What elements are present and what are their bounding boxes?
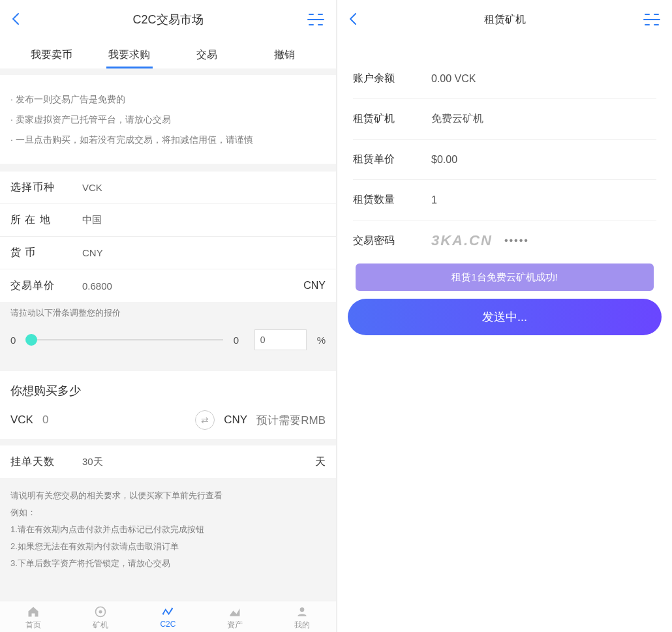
tab-sell[interactable]: 我要卖币 [13, 39, 91, 68]
value-coin[interactable]: VCK [82, 182, 326, 193]
row-currency: 货 币 CNY [0, 237, 336, 269]
label-password: 交易密码 [353, 234, 431, 248]
nav-miner[interactable]: 矿机 [93, 605, 108, 631]
row-location: 所 在 地 中国 [0, 204, 336, 237]
label-unitprice: 租赁单价 [353, 153, 431, 166]
buy-title: 你想购买多少 [0, 371, 336, 404]
value-days[interactable]: 30天 [82, 456, 315, 468]
tab-trade[interactable]: 交易 [168, 39, 246, 68]
back-icon[interactable] [349, 11, 363, 28]
explain-line: 3.下单后数字资产将托管锁定，请放心交易 [10, 555, 326, 572]
watermark: 3KA.CN [431, 232, 493, 249]
trade-form: 选择币种 VCK 所 在 地 中国 货 币 CNY 交易单价 0.6800 CN… [0, 172, 336, 302]
label-currency: 货 币 [10, 246, 82, 260]
percent-icon: % [317, 335, 326, 346]
value-price[interactable]: 0.6800 [82, 280, 303, 292]
notice-block: · 发布一则交易广告是免费的 · 卖家虚拟资产已托管平台，请放心交易 · 一旦点… [0, 75, 336, 164]
explain-block: 请说明有关您交易的相关要求，以便买家下单前先行查看 例如： 1.请在有效期内点击… [0, 478, 336, 577]
explain-line: 2.如果您无法在有效期内付款请点击取消订单 [10, 538, 326, 555]
page-title: C2C交易市场 [132, 12, 203, 27]
value-machine[interactable]: 免费云矿机 [431, 112, 483, 126]
buy-rmb-label: 预计需要RMB [256, 413, 326, 428]
row-machine: 租赁矿机 免费云矿机 [353, 99, 656, 140]
password-dots: ••••• [504, 235, 529, 247]
buy-block: 你想购买多少 VCK 0 ⇄ CNY 预计需要RMB [0, 371, 336, 439]
row-password: 交易密码 3KA.CN ••••• [353, 220, 656, 261]
label-coin: 选择币种 [10, 181, 82, 194]
header-left: C2C交易市场 [0, 0, 336, 39]
buy-row: VCK 0 ⇄ CNY 预计需要RMB [0, 404, 336, 439]
label-price: 交易单价 [10, 279, 82, 293]
nav-me[interactable]: 我的 [294, 605, 310, 631]
unit-days: 天 [315, 455, 326, 469]
nav-label: 矿机 [93, 620, 108, 631]
notice-line: · 卖家虚拟资产已托管平台，请放心交易 [10, 110, 326, 130]
swap-icon[interactable]: ⇄ [195, 410, 215, 430]
buy-coin: VCK [10, 414, 33, 427]
value-currency[interactable]: CNY [82, 247, 326, 258]
value-unitprice: $0.00 [431, 154, 457, 166]
bottom-nav: 首页 矿机 C2C 资产 我的 [0, 601, 336, 632]
label-qty: 租赁数量 [353, 193, 431, 207]
days-block: 挂单天数 30天 天 [0, 445, 336, 478]
value-qty[interactable]: 1 [431, 194, 437, 206]
label-days: 挂单天数 [10, 455, 82, 469]
row-coin: 选择币种 VCK [0, 172, 336, 204]
buy-coin-amount[interactable]: 0 [42, 414, 186, 427]
nav-home[interactable]: 首页 [25, 605, 41, 631]
rent-form: 账户余额 0.00 VCK 租赁矿机 免费云矿机 租赁单价 $0.00 租赁数量… [337, 39, 672, 261]
notice-line: · 发布一则交易广告是免费的 [10, 89, 326, 110]
value-balance: 0.00 VCK [431, 73, 476, 85]
svg-point-2 [300, 607, 305, 612]
home-icon [26, 605, 40, 618]
explain-line: 例如： [10, 504, 326, 521]
miner-icon [93, 605, 108, 618]
nav-label: 资产 [227, 620, 243, 631]
c2c-icon [160, 605, 175, 618]
slider-track[interactable] [31, 339, 223, 340]
slider-area: 请拉动以下滑条调整您的报价 0 0 % [0, 302, 336, 365]
slider-input[interactable] [254, 329, 307, 350]
notice-line: · 一旦点击购买，如若没有完成交易，将扣减信用值，请谨慎 [10, 130, 326, 150]
buy-cny-label: CNY [224, 414, 247, 427]
nav-c2c[interactable]: C2C [160, 605, 176, 631]
value-location[interactable]: 中国 [82, 214, 326, 226]
slider-min: 0 [10, 335, 21, 346]
row-price: 交易单价 0.6800 CNY [0, 269, 336, 302]
row-qty: 租赁数量 1 [353, 180, 656, 220]
unit-price: CNY [303, 280, 326, 292]
submit-button[interactable]: 发送中... [348, 299, 662, 335]
row-days: 挂单天数 30天 天 [0, 445, 336, 478]
value-password[interactable]: 3KA.CN ••••• [431, 232, 529, 249]
nav-label: 首页 [25, 620, 41, 631]
label-machine: 租赁矿机 [353, 112, 431, 126]
svg-point-1 [99, 610, 102, 614]
label-location: 所 在 地 [10, 213, 82, 227]
scan-icon[interactable] [643, 12, 660, 27]
tab-cancel[interactable]: 撤销 [245, 39, 323, 68]
success-toast: 租赁1台免费云矿机成功! [356, 263, 654, 291]
row-unitprice: 租赁单价 $0.00 [353, 140, 656, 180]
nav-label: C2C [160, 620, 176, 629]
assets-icon [228, 605, 242, 618]
row-balance: 账户余额 0.00 VCK [353, 59, 656, 99]
scan-icon[interactable] [307, 12, 324, 27]
label-balance: 账户余额 [353, 72, 431, 85]
header-right: 租赁矿机 [337, 0, 672, 39]
back-icon[interactable] [12, 11, 26, 28]
slider-max: 0 [234, 335, 244, 346]
person-icon [295, 605, 309, 618]
explain-line: 1.请在有效期内点击付款并点击标记已付款完成按钮 [10, 521, 326, 538]
tab-buy[interactable]: 我要求购 [91, 39, 168, 68]
slider-hint: 请拉动以下滑条调整您的报价 [10, 307, 326, 319]
explain-line: 请说明有关您交易的相关要求，以便买家下单前先行查看 [10, 487, 326, 504]
nav-assets[interactable]: 资产 [227, 605, 243, 631]
c2c-screen: C2C交易市场 我要卖币 我要求购 交易 撤销 · 发布一则交易广告是免费的 ·… [0, 0, 336, 632]
page-title: 租赁矿机 [484, 13, 526, 27]
slider-thumb[interactable] [25, 334, 37, 346]
tabs: 我要卖币 我要求购 交易 撤销 [0, 39, 336, 68]
rent-screen: 租赁矿机 账户余额 0.00 VCK 租赁矿机 免费云矿机 租赁单价 $0.00… [336, 0, 672, 632]
nav-label: 我的 [294, 620, 310, 631]
